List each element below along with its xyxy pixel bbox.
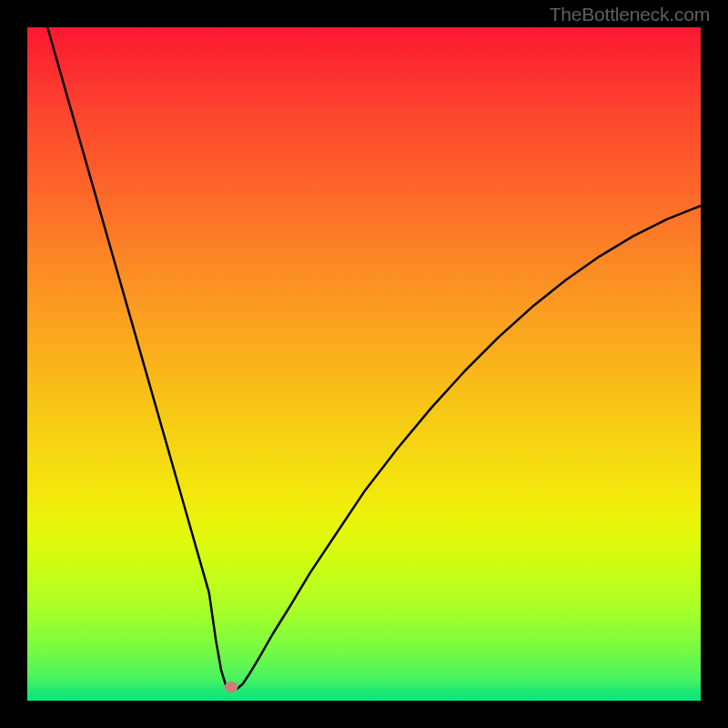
marker-dot [225,682,238,693]
bottleneck-curve [27,27,701,701]
watermark-text: TheBottleneck.com [550,4,710,25]
plot-area [27,27,701,701]
curve-path [47,27,701,691]
